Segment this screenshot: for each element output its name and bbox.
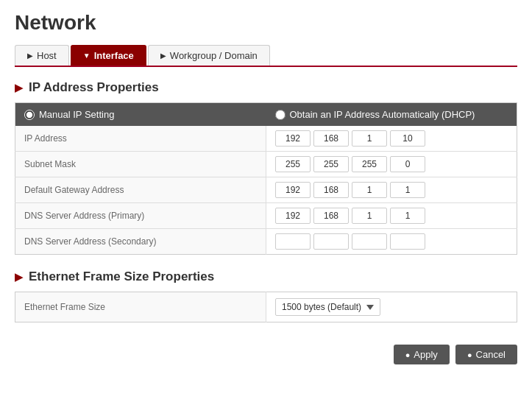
cancel-icon: ● [467,350,472,359]
ip-row-fields [266,203,517,229]
ip-fields-group [275,130,508,147]
tab-interface-label: Interface [94,50,134,61]
ip-field-4-0[interactable] [275,233,311,250]
tab-host-arrow: ▶ [27,52,33,60]
ip-field-4-3[interactable] [390,233,425,250]
ip-row: Subnet Mask [15,152,517,177]
ip-field-0-0[interactable] [275,130,311,147]
ip-field-3-0[interactable] [275,208,311,224]
apply-label: Apply [414,349,438,360]
ip-field-0-3[interactable] [390,130,425,147]
page-title: Network [15,11,517,35]
ip-field-1-1[interactable] [313,156,349,172]
ip-row-label: DNS Server Address (Secondary) [15,229,266,255]
ip-field-2-0[interactable] [275,182,311,198]
dhcp-text: Obtain an IP Address Automatically (DHCP… [290,109,475,120]
tab-workgroup-arrow: ▶ [160,52,166,60]
ip-table: Manual IP Setting Obtain an IP Address A… [15,102,517,255]
tab-host[interactable]: ▶ Host [15,45,69,66]
ip-row-fields [266,229,517,255]
ip-section-title: IP Address Properties [29,80,159,95]
ip-row-fields [266,152,517,177]
dhcp-radio[interactable] [275,110,285,120]
manual-ip-text: Manual IP Setting [39,109,114,120]
eth-table: Ethernet Frame Size 1500 bytes (Default)… [15,292,517,322]
dhcp-label[interactable]: Obtain an IP Address Automatically (DHCP… [275,109,508,120]
ethernet-section-header: ▶ Ethernet Frame Size Properties [15,269,517,284]
ip-field-2-1[interactable] [313,182,349,198]
ip-field-3-1[interactable] [313,208,349,224]
ip-field-1-2[interactable] [352,156,387,172]
tabs-bar: ▶ Host ▼ Interface ▶ Workgroup / Domain [15,45,517,67]
ip-fields-group [275,156,508,172]
ip-field-1-3[interactable] [390,156,425,172]
ethernet-section-icon: ▶ [15,271,23,283]
manual-ip-label[interactable]: Manual IP Setting [24,109,258,120]
page-container: Network ▶ Host ▼ Interface ▶ Workgroup /… [0,0,532,379]
eth-row: Ethernet Frame Size 1500 bytes (Default)… [15,292,517,322]
ip-section: ▶ IP Address Properties Manual IP Settin… [15,80,517,255]
ethernet-section-title: Ethernet Frame Size Properties [29,269,214,284]
ip-fields-group [275,182,508,198]
ip-field-3-3[interactable] [390,208,425,224]
ip-field-2-2[interactable] [352,182,387,198]
cancel-button[interactable]: ● Cancel [455,345,517,364]
ip-field-0-2[interactable] [352,130,387,147]
ip-row-fields [266,126,517,152]
ip-field-0-1[interactable] [313,130,349,147]
action-bar: ● Apply ● Cancel [15,337,517,364]
ip-row: DNS Server Address (Secondary) [15,229,517,255]
manual-ip-radio[interactable] [24,110,35,120]
ip-field-3-2[interactable] [352,208,387,224]
apply-icon: ● [405,350,411,359]
ip-row-label: Default Gateway Address [15,177,266,203]
ip-row: DNS Server Address (Primary) [15,203,517,229]
ethernet-section: ▶ Ethernet Frame Size Properties Etherne… [15,269,517,322]
tab-workgroup-label: Workgroup / Domain [170,50,258,61]
ip-row-label: Subnet Mask [15,152,266,177]
tab-interface-arrow: ▼ [83,52,91,60]
ip-field-4-1[interactable] [313,233,349,250]
ip-row: IP Address [15,126,517,152]
ip-field-1-0[interactable] [275,156,311,172]
ip-row: Default Gateway Address [15,177,517,203]
ip-row-fields [266,177,517,203]
ip-row-label: DNS Server Address (Primary) [15,203,266,229]
ip-field-4-2[interactable] [352,233,387,250]
tab-interface[interactable]: ▼ Interface [71,45,146,66]
ip-fields-group [275,233,508,250]
ip-field-2-3[interactable] [390,182,425,198]
ip-section-icon: ▶ [15,82,23,94]
apply-button[interactable]: ● Apply [394,345,450,364]
eth-frame-size-select[interactable]: 1500 bytes (Default)4088 bytes9000 bytes… [275,298,380,316]
eth-label: Ethernet Frame Size [15,292,266,322]
cancel-label: Cancel [476,349,506,360]
tab-workgroup[interactable]: ▶ Workgroup / Domain [148,45,270,66]
ip-row-label: IP Address [15,126,266,152]
ip-fields-group [275,208,508,224]
tab-host-label: Host [37,50,57,61]
ip-section-header: ▶ IP Address Properties [15,80,517,95]
